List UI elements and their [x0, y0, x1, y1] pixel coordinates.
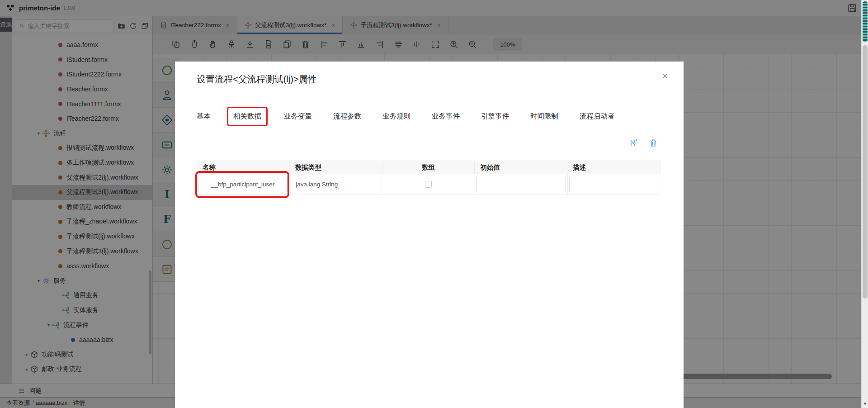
- dialog-tab[interactable]: 流程参数: [333, 108, 361, 125]
- dialog-tab-bar: 基本相关数据业务变量流程参数业务规则业务事件引擎事件时间限制流程启动者: [197, 107, 636, 126]
- dialog-close-icon[interactable]: ×: [662, 71, 668, 81]
- dialog-tab[interactable]: 业务事件: [432, 108, 460, 125]
- initial-value-input[interactable]: [476, 177, 566, 192]
- data-type-input[interactable]: [291, 177, 380, 192]
- scrollbar-minimap-thumb[interactable]: [863, 1, 868, 42]
- column-header: 初始值: [475, 161, 567, 174]
- process-properties-dialog: 设置流程<父流程测试(lj)>属性 × 基本相关数据业务变量流程参数业务规则业务…: [175, 62, 684, 408]
- table-row: [197, 174, 660, 195]
- delete-row-icon[interactable]: [649, 138, 658, 147]
- name-cell: [197, 174, 289, 195]
- dialog-tab[interactable]: 引擎事件: [481, 108, 509, 125]
- column-header: 数组: [382, 161, 475, 174]
- column-header: 数据类型: [290, 161, 382, 174]
- initial-value-cell: [475, 174, 568, 195]
- dialog-tab[interactable]: 基本: [197, 108, 211, 125]
- dialog-tab-divider: [197, 131, 662, 131]
- column-header: 名称: [197, 161, 290, 174]
- dialog-tab[interactable]: 时间限制: [530, 108, 558, 125]
- scrollbar-down-arrow-icon[interactable]: ▾: [862, 401, 868, 407]
- dialog-tab[interactable]: 相关数据: [227, 107, 268, 126]
- description-cell: [568, 174, 660, 195]
- data-type-cell: [289, 174, 382, 195]
- name-input[interactable]: [198, 177, 288, 192]
- scrollbar-thumb[interactable]: [863, 45, 868, 299]
- table-header-row: 名称数据类型数组初始值描述: [197, 161, 660, 174]
- related-data-table: 名称数据类型数组初始值描述: [197, 161, 660, 195]
- description-input[interactable]: [569, 177, 659, 192]
- filter-settings-icon[interactable]: [629, 138, 638, 147]
- primeton-ide-window: primeton-ide 1.0.0 资源 aaaa.formxIStudent…: [0, 0, 868, 408]
- dialog-tab[interactable]: 业务规则: [382, 108, 410, 125]
- dialog-tab[interactable]: 流程启动者: [580, 108, 615, 125]
- array-cell: [382, 174, 475, 195]
- dialog-tab[interactable]: 业务变量: [284, 108, 312, 125]
- dialog-table-toolbar: [629, 138, 658, 147]
- column-header: 描述: [567, 161, 660, 174]
- window-vertical-scrollbar[interactable]: ▾: [861, 0, 868, 408]
- dialog-title: 设置流程<父流程测试(lj)>属性: [197, 73, 317, 85]
- array-checkbox[interactable]: [425, 181, 432, 188]
